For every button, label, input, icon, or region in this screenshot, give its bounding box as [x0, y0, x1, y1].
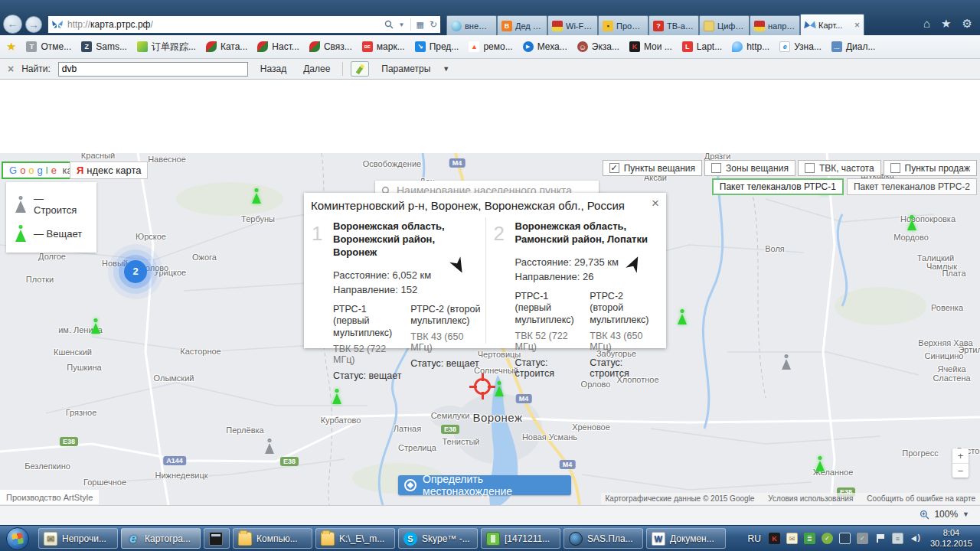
tower-marker[interactable]: [331, 389, 343, 404]
search-icon[interactable]: [384, 20, 394, 29]
taskbar-button[interactable]: [204, 528, 230, 549]
bookmark-item[interactable]: Пред...: [415, 41, 459, 52]
taskbar-button[interactable]: Непрочи...: [38, 528, 118, 549]
browser-tab[interactable]: Карт...×: [800, 14, 864, 35]
package-button[interactable]: Пакет телеканалов РТРС-1: [712, 178, 844, 195]
map-town-label: Мордово: [893, 233, 929, 242]
refresh-icon[interactable]: ↻: [430, 19, 437, 30]
find-back-button[interactable]: Назад: [256, 63, 291, 75]
bookmark-item[interactable]: Sams...: [81, 41, 127, 52]
checkbox[interactable]: [890, 163, 900, 173]
checkbox[interactable]: [805, 163, 815, 173]
taskbar-button[interactable]: Skype™ -...: [398, 528, 478, 549]
map-town-label: олово: [145, 263, 168, 272]
locate-me-button[interactable]: Определить местонахождение: [398, 475, 571, 495]
browser-tab[interactable]: Wi-Fi. G...: [547, 15, 598, 35]
tray-flag-icon[interactable]: [874, 533, 886, 544]
layer-toggle[interactable]: ТВК, частота: [798, 160, 881, 176]
tray-clipboard-icon[interactable]: [892, 533, 903, 544]
taskbar-button[interactable]: K:\_E\_m...: [315, 528, 395, 549]
report-error-link[interactable]: Сообщить об ошибке на карте: [867, 494, 975, 503]
bookmark-item[interactable]: http...: [732, 41, 769, 52]
browser-tab[interactable]: внешня...: [446, 15, 497, 35]
popup-close-icon[interactable]: ×: [652, 196, 659, 211]
back-button[interactable]: ←: [3, 15, 22, 34]
tray-usb-icon[interactable]: [857, 533, 868, 544]
tower-marker[interactable]: [906, 215, 918, 230]
cluster-marker[interactable]: 2: [124, 260, 147, 283]
find-close-icon[interactable]: ×: [8, 63, 14, 75]
bookmark-item[interactable]: марк...: [362, 41, 405, 52]
bookmark-item[interactable]: ремо...: [469, 41, 512, 52]
taskbar-button[interactable]: Компью...: [233, 528, 312, 549]
find-forward-button[interactable]: Далее: [299, 63, 335, 75]
bookmark-item[interactable]: Наст...: [257, 41, 299, 52]
favorites-star-icon[interactable]: ★: [941, 17, 951, 31]
browser-tab[interactable]: Проста...: [598, 15, 648, 35]
road-badge: Е38: [60, 437, 78, 446]
checkbox[interactable]: ✓: [609, 163, 619, 173]
tray-volume-icon[interactable]: [910, 533, 921, 544]
taskbar-button[interactable]: [1471211...: [481, 528, 560, 549]
home-icon[interactable]: ⌂: [923, 17, 930, 31]
layer-toggle[interactable]: Пункты продаж: [884, 160, 977, 176]
tower-top: [818, 456, 822, 460]
bookmark-item[interactable]: Диал...: [831, 41, 876, 52]
tower-marker[interactable]: [780, 354, 792, 370]
start-button[interactable]: [6, 527, 29, 550]
browser-tab[interactable]: направ...: [750, 15, 800, 35]
bookmark-item[interactable]: Lapt...: [682, 41, 722, 52]
tower-marker[interactable]: [814, 456, 826, 471]
find-options-caret-icon[interactable]: ▼: [443, 65, 449, 73]
tower-marker[interactable]: [250, 188, 263, 204]
map-attribution: Картографические данные © 2015 Google Ус…: [601, 493, 980, 504]
tab-close-icon[interactable]: ×: [854, 20, 860, 31]
settings-gear-icon[interactable]: ⚙: [962, 17, 972, 31]
browser-tab[interactable]: ТВ-ант...: [648, 15, 699, 35]
taskbar-button[interactable]: Докумен...: [646, 528, 726, 549]
bookmark-item[interactable]: Отме...: [26, 41, 71, 52]
add-favorite-star-icon[interactable]: ★: [6, 40, 16, 54]
find-options-button[interactable]: Параметры: [377, 63, 435, 75]
zoom-in-button[interactable]: +: [952, 448, 969, 464]
terms-link[interactable]: Условия использования: [768, 494, 853, 503]
page-zoom-control[interactable]: 100% ▼: [920, 509, 969, 520]
provider-yandex-button[interactable]: Яндекс карта: [70, 161, 148, 179]
bookmark-item[interactable]: Связ...: [309, 41, 352, 52]
layer-toggle[interactable]: Зоны вещания: [704, 160, 795, 176]
compatibility-icon[interactable]: ▦: [416, 20, 424, 30]
zoom-out-button[interactable]: −: [952, 464, 969, 478]
browser-tab[interactable]: Цифро...: [699, 15, 750, 35]
bookmark-item[interactable]: Экза...: [577, 41, 619, 52]
language-indicator[interactable]: RU: [748, 533, 761, 544]
checkbox[interactable]: [711, 163, 721, 173]
tray-green-icon[interactable]: [822, 533, 833, 544]
package-button[interactable]: Пакет телеканалов РТРС-2: [847, 178, 977, 195]
highlight-all-icon[interactable]: [351, 61, 369, 77]
chat-icon: [831, 41, 842, 52]
tower-marker[interactable]: [676, 309, 688, 324]
tray-lan-icon[interactable]: [804, 533, 815, 544]
bookmark-item[interactable]: 订单跟踪...: [137, 41, 196, 54]
taskbar-button-label: K:\_E\_m...: [339, 533, 384, 544]
address-dropdown-icon[interactable]: ▼: [399, 21, 405, 28]
browser-tab[interactable]: Дед клу...: [497, 15, 547, 35]
tray-kaspersky-icon[interactable]: [769, 533, 780, 544]
bookmark-item[interactable]: Ката...: [206, 41, 247, 52]
taskbar-button[interactable]: Картогра...: [121, 528, 201, 549]
bookmark-item[interactable]: Узна...: [779, 41, 822, 52]
bookmark-item[interactable]: Меха...: [523, 41, 567, 52]
address-bar[interactable]: http://карта.ртрс.рф/ ▼ ▦ ↻: [47, 15, 441, 34]
map-canvas[interactable]: КрасныйНавесноеОсвобождениеДонДрязгиАкса…: [0, 153, 980, 505]
forward-button[interactable]: →: [25, 16, 42, 33]
tower-marker[interactable]: [90, 318, 102, 334]
taskbar-clock[interactable]: 8:04 30.12.2015: [930, 528, 972, 549]
bookmark-item[interactable]: Мои ...: [629, 41, 672, 52]
find-input[interactable]: [58, 62, 248, 77]
layer-toggle[interactable]: ✓Пункты вещания: [603, 160, 702, 176]
tray-display-icon[interactable]: [839, 533, 851, 544]
tower-marker[interactable]: [263, 439, 276, 454]
taskbar-button[interactable]: SAS.Пла...: [564, 528, 643, 549]
tray-mail-icon[interactable]: [786, 533, 798, 544]
console-icon: [209, 532, 223, 546]
